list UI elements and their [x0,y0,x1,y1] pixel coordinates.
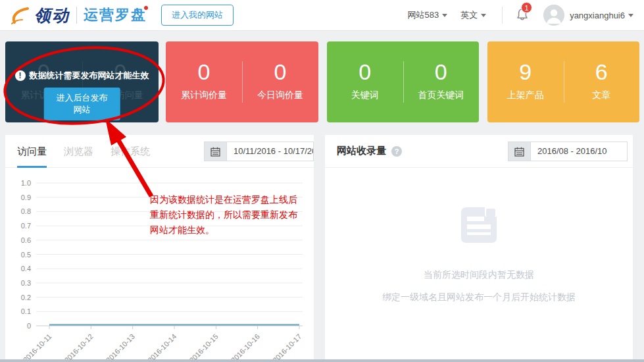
svg-text:2016-10-17: 2016-10-17 [271,332,303,362]
info-icon: ! [15,70,26,81]
stat-label: 首页关键词 [403,90,480,101]
svg-text:0.1: 0.1 [21,307,31,315]
top-header: 领动 运营罗盘 进入我的网站 网站583 英文 1 [0,0,644,31]
help-icon[interactable]: ? [391,146,402,157]
stat-value: 9 [487,59,564,84]
caret-down-icon [628,14,633,17]
app-logo: 领动 运营罗盘 [11,5,147,26]
publish-notice-text: 数据统计需要发布网站才能生效 [30,70,149,82]
inclusion-panel-title: 网站收录量 [337,145,386,157]
language-dropdown-label: 英文 [460,9,478,21]
document-icon [460,206,498,244]
svg-text:0.5: 0.5 [21,251,31,259]
traffic-panel: 访问量 浏览器 操作系统 10/11/2016 - 10/17/2016 00.… [5,135,314,362]
svg-text:0: 0 [27,322,31,330]
traffic-chart: 00.10.20.30.40.50.60.70.80.91.02016-10-1… [5,168,314,362]
svg-text:2016-10-13: 2016-10-13 [105,332,136,362]
avatar[interactable] [543,5,564,26]
stat-card-content: 9 上架产品 6 文章 [487,41,639,122]
stat-label: 关键词 [327,90,403,101]
svg-text:0.9: 0.9 [21,194,31,201]
card-divider [403,61,404,103]
stat-value: 0 [242,59,318,84]
svg-text:0.8: 0.8 [21,207,31,215]
logo-compass-dot [144,6,148,10]
empty-state-line1: 当前所选时间段内暂无数据 [325,269,633,281]
language-dropdown[interactable]: 英文 [460,9,486,21]
svg-text:2016-10-11: 2016-10-11 [22,332,53,362]
svg-text:2016-10-12: 2016-10-12 [62,332,94,362]
svg-text:0.3: 0.3 [21,279,31,287]
empty-state-line2: 绑定一级域名且网站发布一个月后开始统计数据 [325,292,633,303]
svg-text:2016-10-16: 2016-10-16 [230,332,261,362]
svg-text:0.7: 0.7 [21,222,31,230]
svg-text:0.6: 0.6 [21,236,31,244]
site-dropdown-label: 网站583 [407,9,439,21]
username-label: yangxianghui6 [570,11,625,20]
user-menu[interactable]: yangxianghui6 [570,11,633,20]
traffic-panel-header: 访问量 浏览器 操作系统 10/11/2016 - 10/17/2016 [5,135,314,168]
notification-badge: 1 [521,2,532,13]
inclusion-date-range-picker[interactable]: 2016/08 - 2016/10 [508,142,628,161]
stat-value: 6 [564,59,640,84]
empty-state: 当前所选时间段内暂无数据 绑定一级域名且网站发布一个月后开始统计数据 [325,206,633,303]
window-bottom-edge [0,359,644,362]
stat-label: 今日询价量 [242,90,318,101]
logo-product-text: 运营罗盘 [84,5,147,25]
site-dropdown[interactable]: 网站583 [407,9,447,21]
tab-visits[interactable]: 访问量 [17,135,47,168]
traffic-date-range-value: 10/11/2016 - 10/17/2016 [226,142,314,161]
header-right-cluster: 网站583 英文 1 yangxianghui6 [394,5,633,26]
stat-card-inquiries: 0 累计询价量 0 今日询价量 [166,41,318,122]
svg-text:2016-10-14: 2016-10-14 [146,332,178,362]
stat-value: 0 [327,59,403,84]
calendar-icon [508,142,530,161]
stat-label: 累计询价量 [166,90,242,101]
logo-divider [76,7,77,24]
notifications-button[interactable]: 1 [516,7,529,24]
card-divider [564,61,564,103]
stat-label: 上架产品 [487,90,564,101]
stat-value: 0 [166,59,242,84]
svg-text:0.2: 0.2 [21,294,31,301]
avatar-person-icon [543,5,564,26]
logo-brand-text: 领动 [34,5,70,26]
inclusion-panel: 网站收录量 ? 2016/08 - 2016/10 [325,135,633,362]
svg-text:1.0: 1.0 [21,179,31,187]
caret-down-icon [442,14,447,17]
logo-swoosh-icon [11,5,33,25]
caret-down-icon [481,14,486,17]
stat-value: 0 [403,59,480,84]
svg-text:0.4: 0.4 [21,265,31,272]
tab-os[interactable]: 操作系统 [111,135,150,168]
stat-label: 文章 [564,90,640,101]
header-divider [502,7,503,24]
tab-browsers[interactable]: 浏览器 [64,135,93,168]
inclusion-panel-header: 网站收录量 ? 2016/08 - 2016/10 [325,135,633,168]
stat-card-keywords: 0 关键词 0 首页关键词 [327,41,479,122]
traffic-date-range-picker[interactable]: 10/11/2016 - 10/17/2016 [204,142,314,161]
publish-notice: ! 数据统计需要发布网站才能生效 [5,70,159,82]
enter-my-site-button[interactable]: 进入我的网站 [161,5,234,26]
svg-text:2016-10-15: 2016-10-15 [187,332,219,362]
stat-card-traffic-notice: 0 累计访问量 0 今日访问量 ! 数据统计需要发布网站才能生效 进入后台发布网… [5,41,159,122]
inclusion-date-range-value: 2016/08 - 2016/10 [530,142,628,161]
calendar-icon [204,142,226,161]
card-divider [242,61,243,103]
publish-site-button[interactable]: 进入后台发布网站 [43,88,120,120]
